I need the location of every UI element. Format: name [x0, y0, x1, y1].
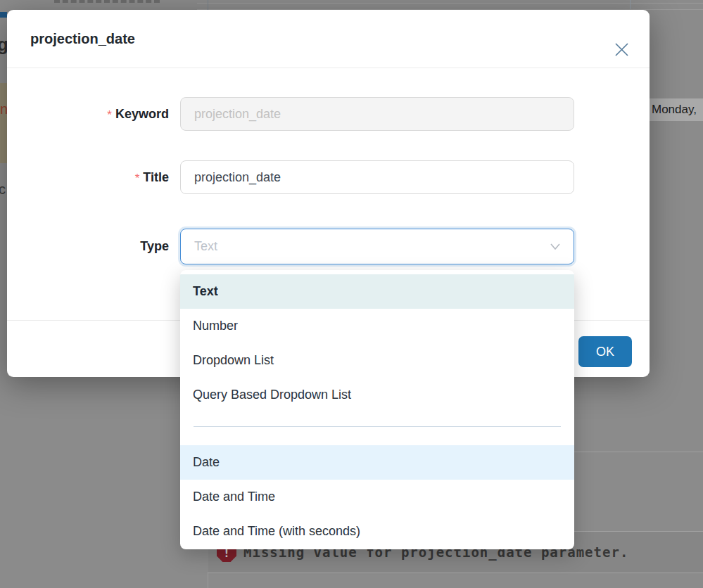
- type-select[interactable]: Text: [180, 229, 574, 264]
- dropdown-group-divider: [180, 412, 574, 445]
- background-grid-line: [630, 0, 631, 9]
- background-text-fragment: c: [0, 181, 6, 198]
- option-number[interactable]: Number: [180, 309, 574, 343]
- option-date[interactable]: Date: [180, 445, 574, 480]
- type-label: Type: [7, 229, 169, 264]
- required-asterisk: *: [135, 169, 140, 186]
- background-table-cell-monday: Monday,: [646, 98, 703, 121]
- screen: g na c Monday, ! Missing value for proje…: [0, 0, 703, 588]
- keyword-label: * Keyword: [7, 97, 169, 131]
- close-button[interactable]: [604, 32, 638, 66]
- type-select-value: Text: [194, 239, 550, 254]
- option-dropdown-list[interactable]: Dropdown List: [180, 343, 574, 378]
- required-asterisk: *: [107, 106, 112, 122]
- close-icon: [614, 41, 630, 58]
- ok-button[interactable]: OK: [578, 336, 632, 367]
- keyword-input: [180, 97, 574, 131]
- option-query-based-dropdown-list[interactable]: Query Based Dropdown List: [180, 378, 574, 412]
- title-label: * Title: [7, 160, 169, 194]
- chevron-down-icon: [550, 243, 560, 250]
- background-tab-accent-bar: [0, 12, 7, 18]
- option-date-and-time-with-seconds[interactable]: Date and Time (with seconds): [180, 514, 574, 549]
- background-table-dotted-line: [54, 0, 160, 3]
- background-grid-line: [197, 3, 703, 4]
- type-select-dropdown: Text Number Dropdown List Query Based Dr…: [180, 270, 574, 549]
- dialog-title: projection_date: [30, 31, 135, 47]
- option-text[interactable]: Text: [180, 274, 574, 309]
- option-date-and-time[interactable]: Date and Time: [180, 480, 574, 514]
- title-input[interactable]: [180, 160, 574, 194]
- dialog-header: projection_date: [7, 10, 650, 68]
- background-grid-line: [208, 572, 208, 588]
